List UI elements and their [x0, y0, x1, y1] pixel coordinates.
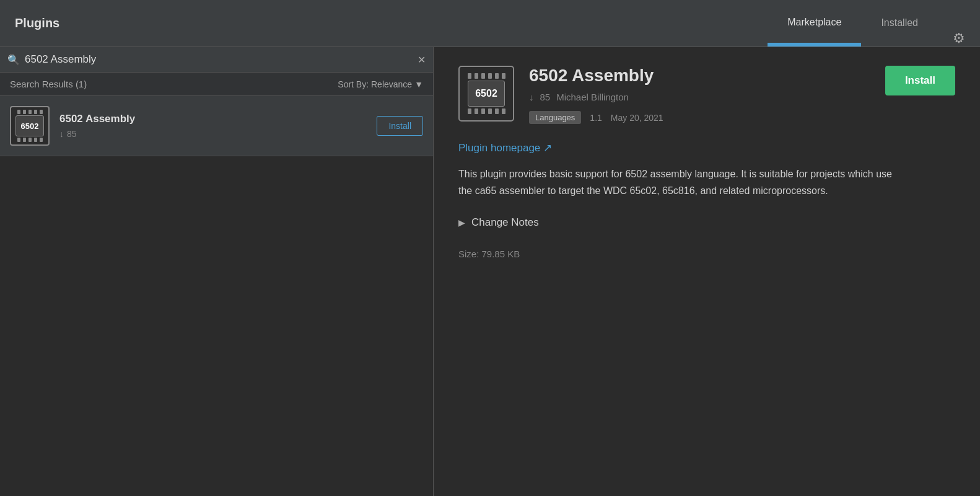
detail-plugin-name: 6502 Assembly: [529, 66, 870, 86]
detail-chip-top-pins: [468, 73, 505, 79]
chip-pin: [28, 110, 32, 114]
tab-marketplace-underline: [768, 43, 861, 45]
list-item-install-button[interactable]: Install: [377, 116, 423, 136]
search-bar: 🔍 ✕: [0, 47, 433, 73]
detail-header: 6502 6502 Assembly ↓ 85 Michael Billingt…: [458, 66, 955, 124]
change-notes-label: Change Notes: [471, 216, 539, 229]
chip-pin: [23, 110, 26, 114]
main-layout: 🔍 ✕ Search Results (1) Sort By: Relevanc…: [0, 47, 980, 496]
chip-top-pins: [17, 110, 43, 114]
detail-tag-badge: Languages: [529, 111, 581, 124]
detail-downloads-count: 85: [540, 92, 551, 102]
detail-chip-bottom-pins: [468, 108, 505, 114]
tab-marketplace-label: Marketplace: [787, 17, 841, 28]
plugin-homepage-link[interactable]: Plugin homepage ↗: [458, 141, 552, 154]
search-input[interactable]: [25, 53, 413, 66]
detail-author: Michael Billington: [556, 92, 629, 102]
sort-by-dropdown[interactable]: Sort By: Relevance ▼: [338, 79, 423, 89]
tab-installed[interactable]: Installed: [861, 0, 938, 46]
detail-chip-pin: [488, 73, 492, 79]
chip-pin: [40, 110, 43, 114]
detail-chip-pin: [502, 73, 505, 79]
plugin-list-chip-icon: 6502: [10, 106, 50, 146]
detail-info: 6502 Assembly ↓ 85 Michael Billington La…: [529, 66, 870, 124]
right-panel: 6502 6502 Assembly ↓ 85 Michael Billingt…: [434, 47, 980, 496]
detail-chip-pin: [468, 73, 471, 79]
download-icon: ↓: [59, 129, 64, 139]
tab-installed-label: Installed: [881, 17, 918, 29]
chip-pin: [23, 138, 26, 142]
tab-marketplace[interactable]: Marketplace: [768, 0, 861, 46]
detail-description: This plugin provides basic support for 6…: [458, 166, 904, 199]
chip-pin: [28, 138, 32, 142]
detail-chip-pin: [502, 108, 505, 114]
sort-by-chevron-icon: ▼: [414, 79, 423, 89]
header: Plugins Marketplace Installed ⚙: [0, 0, 980, 47]
list-item[interactable]: 6502 6502 Assembly ↓ 85 Install: [0, 96, 433, 156]
search-clear-icon[interactable]: ✕: [418, 54, 426, 66]
chip-pin: [40, 138, 43, 142]
plugin-list-downloads: ↓ 85: [59, 129, 367, 139]
detail-download-icon: ↓: [529, 92, 534, 102]
left-panel: 🔍 ✕ Search Results (1) Sort By: Relevanc…: [0, 47, 434, 496]
detail-size: Size: 79.85 KB: [458, 249, 955, 259]
detail-chip-pin: [481, 73, 485, 79]
detail-install-button[interactable]: Install: [885, 66, 955, 95]
chip-pin: [34, 138, 37, 142]
detail-chip-pin: [468, 108, 471, 114]
change-notes-row[interactable]: ▶ Change Notes: [458, 216, 955, 229]
gear-icon[interactable]: ⚙: [953, 30, 965, 46]
detail-meta-row: ↓ 85 Michael Billington: [529, 92, 870, 102]
detail-date: May 20, 2021: [611, 113, 663, 123]
detail-chip-icon: 6502: [458, 66, 514, 122]
detail-tags-row: Languages 1.1 May 20, 2021: [529, 111, 870, 124]
detail-chip-pin: [495, 108, 499, 114]
plugins-title: Plugins: [15, 16, 59, 30]
chip-pin: [17, 110, 20, 114]
plugin-list-info: 6502 Assembly ↓ 85: [59, 113, 367, 139]
detail-chip-pin: [481, 108, 485, 114]
plugin-list-name: 6502 Assembly: [59, 113, 367, 125]
search-icon: 🔍: [7, 54, 20, 66]
detail-chip-pin: [488, 108, 492, 114]
detail-version: 1.1: [590, 113, 602, 123]
chip-pin: [17, 138, 20, 142]
results-count: Search Results (1): [10, 79, 87, 89]
chip-bottom-pins: [17, 138, 43, 142]
change-notes-arrow-icon: ▶: [458, 218, 465, 228]
detail-chip-body: 6502: [468, 81, 505, 107]
results-header: Search Results (1) Sort By: Relevance ▼: [0, 73, 433, 96]
download-count: 85: [67, 129, 77, 139]
sort-by-label: Sort By: Relevance: [338, 79, 412, 89]
chip-body: 6502: [15, 115, 44, 136]
detail-chip-pin: [495, 73, 499, 79]
header-tabs: Marketplace Installed ⚙: [768, 0, 965, 46]
detail-chip-pin: [475, 73, 478, 79]
detail-chip-pin: [475, 108, 478, 114]
chip-pin: [34, 110, 37, 114]
